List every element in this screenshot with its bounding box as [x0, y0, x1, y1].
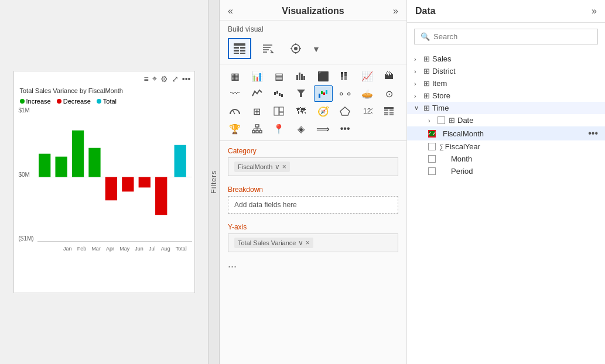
tree-expand-date[interactable]: › — [428, 117, 437, 124]
tree-item-district[interactable]: › ⊞ District — [407, 65, 605, 77]
legend-total: Total — [97, 98, 117, 105]
tree-item-sales[interactable]: › ⊞ Sales — [407, 53, 605, 65]
filters-tab[interactable]: Filters — [208, 0, 220, 364]
more-icon[interactable]: ••• — [182, 74, 191, 84]
viz-icon-ribbon[interactable] — [248, 85, 266, 102]
yaxis-clear-btn[interactable]: ∨ × — [298, 239, 309, 247]
viz-icon-100pct-bar[interactable]: ▤ — [269, 68, 288, 84]
tree-item-item[interactable]: › ⊞ Item — [407, 77, 605, 90]
decomp-svg — [252, 124, 262, 133]
viz-icon-stacked-bar[interactable]: ▦ — [225, 68, 244, 84]
viz-icon-donut[interactable]: ⊙ — [380, 85, 398, 102]
data-panel-expand-btn[interactable]: » — [592, 6, 597, 16]
search-box: 🔍 — [414, 29, 598, 44]
tree-item-store[interactable]: › ⊞ Store — [407, 90, 605, 102]
search-input[interactable] — [433, 32, 592, 41]
svg-rect-48 — [279, 112, 283, 115]
viz-icon-table2[interactable] — [380, 103, 398, 119]
tree-child-month[interactable]: Month — [407, 153, 605, 165]
viz-icon-more[interactable]: ••• — [336, 121, 354, 137]
tree-child-date[interactable]: › ⊞ Date — [407, 114, 605, 126]
svg-rect-2 — [55, 157, 67, 177]
svg-rect-6 — [122, 177, 134, 192]
viz-icon-diamond[interactable]: ◈ — [292, 121, 310, 137]
chart-area: ≡ ⌖ ⚙ ⤢ ••• Total Sales Variance by Fisc… — [0, 0, 208, 364]
viz-icon-map[interactable]: 🗺 — [292, 103, 310, 119]
shape-map-svg — [340, 107, 350, 116]
tree-child-period[interactable]: Period — [407, 165, 605, 177]
viz-icon-treemap[interactable] — [269, 103, 288, 119]
viz-icon-matrix[interactable]: ⊞ — [248, 103, 266, 119]
tree-item-time[interactable]: ∨ ⊞ Time — [407, 102, 605, 114]
district-table-icon: ⊞ — [423, 67, 430, 75]
viz-icon-selected[interactable] — [314, 85, 333, 102]
y-labels: $1M $0M ($1M) — [19, 107, 34, 242]
viz-icon-shape-map[interactable] — [336, 103, 354, 119]
fiscal-month-more[interactable]: ••• — [588, 128, 598, 139]
tree-expand-sales[interactable]: › — [414, 56, 423, 63]
viz-icon-100pct-column[interactable] — [336, 68, 354, 84]
viz-icon-card[interactable]: 123 — [358, 103, 377, 119]
viz-collapse-button[interactable]: « — [228, 6, 233, 16]
tree-label-sales: Sales — [432, 54, 598, 63]
viz-icon-gauge[interactable] — [225, 103, 244, 119]
pin-icon[interactable]: ⌖ — [152, 74, 157, 84]
viz-icon-decomp[interactable] — [248, 121, 266, 137]
viz-chevron-down: ▼ — [312, 44, 320, 54]
tree-expand-store[interactable]: › — [414, 92, 423, 99]
tree-label-store: Store — [432, 91, 598, 100]
stacked-col-svg — [340, 71, 350, 81]
svg-rect-3 — [71, 131, 83, 177]
tree-expand-district[interactable]: › — [414, 68, 423, 75]
tree-expand-time[interactable]: ∨ — [414, 104, 423, 112]
viz-icon-kpi[interactable]: 🏆 — [225, 121, 244, 137]
svg-rect-57 — [389, 114, 394, 115]
expand-icon[interactable]: ⤢ — [172, 74, 179, 84]
svg-rect-39 — [279, 93, 281, 96]
yaxis-field-box[interactable]: Total Sales Variance ∨ × — [228, 233, 398, 252]
viz-icon-column[interactable] — [292, 68, 310, 84]
viz-expand-button[interactable]: » — [393, 6, 398, 16]
viz-icon-bar[interactable]: 📊 — [248, 68, 266, 84]
viz-grid: ▦ 📊 ▤ ⬛ 📈 🏔 〰 — [220, 64, 406, 141]
viz-icon-scatter[interactable]: ⚬⚬ — [336, 85, 354, 102]
tree-child-fiscal-year[interactable]: ∑ FiscalYear — [407, 140, 605, 153]
checkbox-period[interactable] — [428, 167, 436, 175]
viz-icon-pie[interactable]: 🥧 — [358, 85, 377, 102]
svg-rect-8 — [155, 177, 167, 215]
viz-icon-funnel[interactable] — [292, 85, 310, 102]
legend-label-increase: Increase — [26, 98, 51, 105]
viz-icon-area[interactable]: 🏔 — [380, 68, 398, 84]
viz-format-icon[interactable] — [284, 38, 307, 59]
chart-legend: Increase Decrease Total — [14, 97, 194, 107]
svg-rect-14 — [240, 50, 245, 51]
viz-icon-line[interactable]: 📈 — [358, 68, 377, 84]
checkbox-date[interactable] — [437, 116, 445, 124]
menu-icon[interactable]: ≡ — [144, 74, 149, 84]
filter-icon[interactable]: ⚙ — [160, 74, 168, 84]
viz-panel-title: Visualizations — [282, 6, 344, 16]
viz-icon-stacked-column[interactable]: ⬛ — [314, 68, 333, 84]
viz-icon-waterfall[interactable] — [269, 85, 288, 102]
viz-table-icon[interactable] — [228, 38, 251, 59]
tree-expand-item[interactable]: › — [414, 80, 423, 87]
more-dots-btn[interactable]: ... — [220, 256, 406, 273]
viz-icon-line2[interactable]: 〰 — [225, 85, 244, 102]
viz-fields-icon[interactable] — [256, 38, 279, 59]
viz-icon-pin[interactable]: 📍 — [269, 121, 288, 137]
svg-rect-16 — [240, 53, 245, 54]
tree-child-fiscal-month[interactable]: ✓ FiscalMonth ••• — [407, 126, 605, 140]
category-clear-btn[interactable]: ∨ × — [275, 163, 286, 171]
svg-rect-43 — [323, 92, 325, 95]
viz-icon-filled-map[interactable]: 🧭 — [314, 103, 333, 119]
svg-rect-59 — [252, 131, 255, 133]
viz-icon-arrow[interactable]: ⟹ — [314, 121, 333, 137]
checkbox-fiscal-month[interactable]: ✓ — [428, 130, 436, 138]
checkbox-month[interactable] — [428, 155, 436, 163]
treemap-svg — [274, 107, 284, 116]
svg-rect-7 — [138, 177, 150, 188]
breakdown-field-box[interactable]: Add data fields here — [228, 196, 398, 214]
category-field-box[interactable]: FiscalMonth ∨ × — [228, 157, 398, 176]
legend-dot-decrease — [57, 99, 61, 104]
checkbox-fiscal-year[interactable] — [428, 143, 436, 150]
